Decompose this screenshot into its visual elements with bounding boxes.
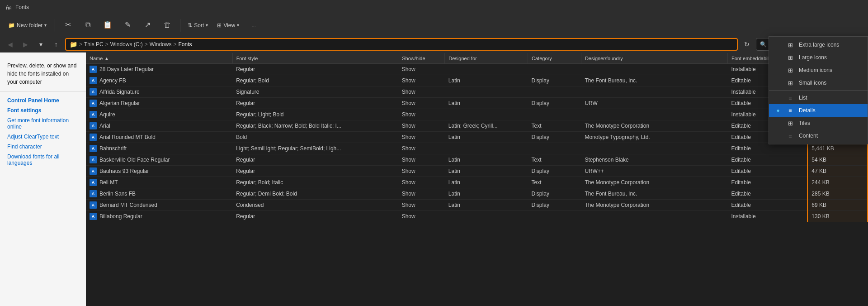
- cell-embed: Editable: [728, 166, 808, 177]
- cell-name: AAlfrida Signature: [86, 86, 232, 97]
- sort-dropdown-icon: ▾: [206, 23, 208, 28]
- cell-designer: [581, 109, 727, 120]
- dropdown-item-details[interactable]: ●≡Details: [769, 104, 868, 117]
- col-header-category[interactable]: Category: [528, 53, 581, 64]
- menu-item-label: Details: [799, 107, 816, 114]
- table-row[interactable]: ABauhaus 93 RegularRegularShowLatinDispl…: [86, 166, 868, 177]
- cell-category: Text: [528, 177, 581, 188]
- cut-button[interactable]: ✂: [59, 19, 77, 32]
- cell-show: Show: [398, 64, 445, 75]
- font-file-icon: A: [90, 213, 97, 220]
- dropdown-item-list[interactable]: ≡List: [769, 91, 868, 104]
- menu-item-label: Content: [799, 133, 818, 139]
- menu-item-label: Medium icons: [799, 67, 832, 73]
- col-header-designer[interactable]: Designer/foundry: [581, 53, 727, 64]
- table-row[interactable]: ABillabong RegularRegularShowInstallable…: [86, 211, 868, 222]
- separator-1: [55, 19, 55, 32]
- forward-button[interactable]: ▶: [19, 38, 32, 51]
- sidebar-item-control-panel-home[interactable]: Control Panel Home: [0, 96, 86, 105]
- refresh-button[interactable]: ↻: [741, 38, 753, 51]
- cell-category: Display: [528, 98, 581, 109]
- table-row[interactable]: AAlfrida SignatureSignatureShowInstallab…: [86, 86, 868, 98]
- check-icon: [774, 41, 782, 48]
- rename-button[interactable]: ✎: [118, 19, 137, 32]
- dropdown-arrow-icon: ▾: [44, 23, 47, 28]
- cell-designer: URW: [581, 98, 727, 109]
- table-row[interactable]: AArial Rounded MT BoldBoldShowLatinDispl…: [86, 132, 868, 143]
- more-options-button[interactable]: ...: [245, 21, 263, 30]
- table-row[interactable]: ABerlin Sans FBRegular; Demi Bold; BoldS…: [86, 188, 868, 200]
- back-button[interactable]: ◀: [4, 38, 16, 51]
- view-icon: ⊞: [217, 22, 222, 29]
- cell-style: Regular; Demi Bold; Bold: [232, 188, 398, 200]
- dropdown-item-extra-large-icons[interactable]: ⊞Extra large icons: [769, 38, 868, 51]
- cell-designer: [581, 211, 727, 222]
- path-folder-icon: 📁: [70, 41, 77, 48]
- up-button[interactable]: ↑: [50, 38, 62, 51]
- toolbar: 📁 New folder ▾ ✂ ⧉ 📋 ✎ ↗ 🗑 ⇅ Sort ▾ ⊞ Vi…: [0, 14, 868, 36]
- rename-icon: ✎: [125, 20, 131, 29]
- font-file-icon: A: [90, 190, 97, 197]
- menu-item-icon: ⊞: [786, 120, 794, 127]
- table-row[interactable]: AAquireRegular; Light; BoldShowInstallab…: [86, 109, 868, 120]
- path-this-pc[interactable]: This PC: [84, 41, 104, 48]
- delete-button[interactable]: 🗑: [158, 19, 176, 32]
- table-row[interactable]: A28 Days Later RegularRegularShowInstall…: [86, 64, 868, 75]
- menu-item-icon: ⊞: [786, 80, 794, 86]
- path-windows-c[interactable]: Windows (C:): [110, 41, 143, 48]
- cell-designer: [581, 143, 727, 154]
- path-windows[interactable]: Windows: [150, 41, 172, 48]
- dropdown-item-content[interactable]: ≡Content: [769, 129, 868, 142]
- cell-size: 69 KB: [807, 200, 868, 211]
- path-fonts[interactable]: Fonts: [178, 41, 192, 48]
- address-path[interactable]: 📁 > This PC > Windows (C:) > Windows > F…: [65, 38, 738, 51]
- cell-style: Regular: [232, 98, 398, 109]
- table-row[interactable]: ABernard MT CondensedCondensedShowLatinD…: [86, 200, 868, 211]
- table-row[interactable]: AAgency FBRegular; BoldShowLatinDisplayT…: [86, 75, 868, 86]
- new-folder-button[interactable]: 📁 New folder ▾: [4, 20, 51, 30]
- table-row[interactable]: ABell MTRegular; Bold; ItalicShowLatinTe…: [86, 177, 868, 188]
- sidebar-item-find-character[interactable]: Find character: [0, 142, 86, 152]
- sort-button[interactable]: ⇅ Sort ▾: [184, 20, 212, 30]
- dropdown-item-medium-icons[interactable]: ⊞Medium icons: [769, 64, 868, 76]
- cell-name: AAquire: [86, 109, 232, 120]
- check-icon: [774, 67, 782, 74]
- cell-style: Signature: [232, 86, 398, 98]
- paste-button[interactable]: 📋: [99, 19, 117, 32]
- col-header-style[interactable]: Font style: [232, 53, 398, 64]
- sidebar-item-download-fonts[interactable]: Download fonts for all languages: [0, 152, 86, 168]
- cell-style: Regular: [232, 166, 398, 177]
- table-row[interactable]: ABahnschriftLight; SemiLight; Regular; S…: [86, 143, 868, 154]
- cell-name: ABaskerville Old Face Regular: [86, 154, 232, 165]
- sidebar-item-more-font-info[interactable]: Get more font information online: [0, 115, 86, 132]
- sidebar-item-font-settings[interactable]: Font settings: [0, 105, 86, 115]
- title-bar-text: Fonts: [15, 4, 29, 10]
- cell-designed: Latin: [445, 177, 528, 188]
- cell-designed: [445, 143, 528, 154]
- sidebar-description: Preview, delete, or show and hide the fo…: [0, 58, 86, 92]
- font-name-text: Aquire: [99, 111, 115, 118]
- cell-designer: The Monotype Corporation: [581, 177, 727, 188]
- cell-style: Condensed: [232, 200, 398, 211]
- view-button[interactable]: ⊞ View ▾: [213, 20, 243, 30]
- dropdown-item-small-icons[interactable]: ⊞Small icons: [769, 76, 868, 89]
- font-name-text: Alfrida Signature: [99, 89, 140, 95]
- cell-show: Show: [398, 120, 445, 132]
- dropdown-item-tiles[interactable]: ⊞Tiles: [769, 117, 868, 129]
- col-header-show[interactable]: Show/hide: [398, 53, 445, 64]
- col-header-name[interactable]: Name ▲: [86, 53, 232, 64]
- sidebar-item-adjust-cleartype[interactable]: Adjust ClearType text: [0, 132, 86, 142]
- cell-style: Light; SemiLight; Regular; SemiBold; Lig…: [232, 143, 398, 154]
- cell-style: Regular: [232, 64, 398, 75]
- dropdown-item-large-icons[interactable]: ⊞Large icons: [769, 51, 868, 64]
- dropdown-nav-button[interactable]: ▾: [34, 38, 47, 51]
- cell-name: A28 Days Later Regular: [86, 64, 232, 75]
- table-row[interactable]: AArialRegular; Black; Narrow; Bold; Bold…: [86, 120, 868, 132]
- col-header-designed[interactable]: Designed for: [445, 53, 528, 64]
- table-row[interactable]: AAlgerian RegularRegularShowLatinDisplay…: [86, 98, 868, 109]
- copy-button[interactable]: ⧉: [79, 19, 97, 32]
- table-row[interactable]: ABaskerville Old Face RegularRegularShow…: [86, 154, 868, 166]
- font-file-icon: A: [90, 100, 97, 107]
- share-button[interactable]: ↗: [138, 19, 156, 32]
- cell-style: Regular; Light; Bold: [232, 109, 398, 120]
